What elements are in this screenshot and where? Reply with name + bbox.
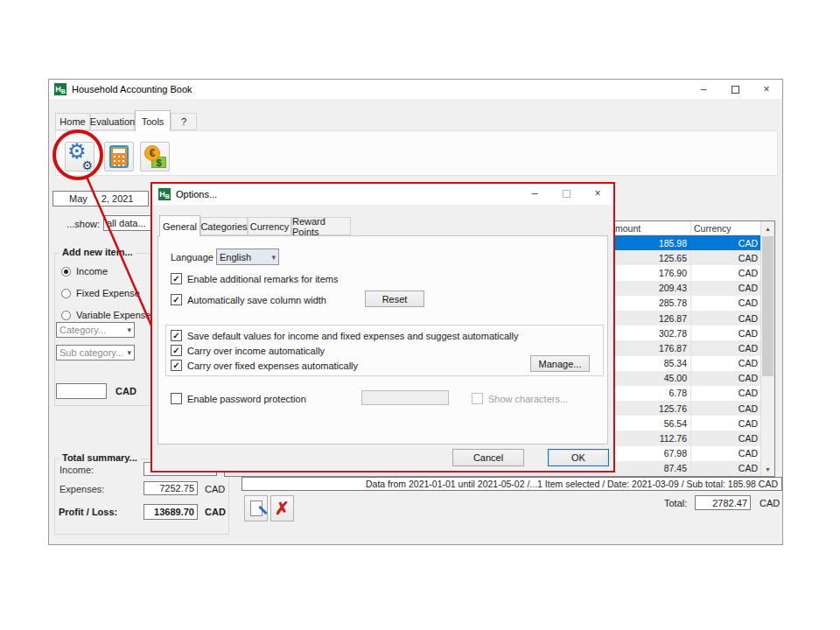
chevron-down-icon: ▾	[271, 253, 276, 262]
reset-button[interactable]: Reset	[365, 290, 424, 307]
tab-evaluation[interactable]: Evaluation	[90, 113, 135, 130]
new-amount-currency-label: CAD	[116, 386, 136, 396]
radio-variable-expense[interactable]: Variable Expense	[61, 310, 150, 320]
scrollbar-thumb[interactable]	[762, 236, 774, 376]
checkbox-carry-income[interactable]: ✓ Carry over income automatically	[171, 345, 325, 356]
dialog-close-button[interactable]: ×	[582, 184, 613, 203]
radio-income[interactable]: Income	[61, 266, 108, 276]
window-title: Household Accounting Book	[72, 84, 192, 94]
subcategory-combo[interactable]: Sub category... ▾	[56, 345, 135, 360]
checkbox-show-characters: Show characters...	[472, 393, 568, 404]
show-filter-value: all data...	[107, 218, 146, 228]
checkbox-save-column-width[interactable]: ✓ Automatically save column width	[171, 294, 326, 305]
new-amount-input[interactable]	[56, 383, 107, 399]
date-day-year: 2, 2021	[102, 193, 134, 204]
radio-icon	[61, 289, 71, 298]
show-filter-combo[interactable]: all data...	[103, 215, 153, 231]
delete-item-button[interactable]: ✗	[270, 495, 294, 522]
currency-cell: CAD	[690, 265, 761, 280]
currency-cell: CAD	[690, 311, 761, 326]
checkbox-password-protection[interactable]: Enable password protection	[171, 393, 306, 404]
close-button[interactable]: ×	[751, 80, 782, 99]
tools-toolbar: ⚙ ⚙ € $	[55, 130, 778, 176]
language-label: Language	[171, 252, 214, 262]
currency-cell: CAD	[690, 235, 761, 250]
dialog-tab-general[interactable]: General	[159, 215, 200, 236]
currency-cell: CAD	[690, 461, 761, 476]
currency-exchange-button[interactable]: € $	[140, 142, 170, 172]
edit-pencil-icon	[250, 500, 262, 516]
status-bar: Data from 2021-01-01 until 2021-05-02 /.…	[242, 477, 782, 491]
dialog-maximize-button	[550, 184, 582, 203]
expenses-currency: CAD	[205, 484, 225, 494]
options-dialog: HB Options... – × General Categories Cur…	[150, 182, 615, 472]
profit-loss-value-field: 13689.70	[144, 504, 198, 520]
currency-cell: CAD	[690, 401, 761, 416]
profit-loss-label: Profit / Loss:	[59, 507, 117, 517]
dialog-minimize-button[interactable]: –	[519, 184, 550, 203]
minimize-button[interactable]: –	[688, 80, 719, 99]
expenses-value-field: 7252.75	[144, 481, 198, 495]
radio-selected-icon	[61, 267, 71, 276]
show-label: ...show:	[63, 219, 100, 229]
dialog-titlebar[interactable]: HB Options... – ×	[152, 184, 613, 205]
tab-home[interactable]: Home	[55, 113, 90, 130]
currency-cell: CAD	[690, 281, 761, 296]
radio-icon	[61, 311, 71, 320]
main-titlebar[interactable]: HB Household Accounting Book – ×	[49, 80, 782, 99]
profit-loss-currency: CAD	[205, 507, 226, 517]
currency-cell: CAD	[690, 340, 761, 355]
desktop: HB Household Accounting Book – × Home Ev…	[0, 0, 840, 630]
status-text: Data from 2021-01-01 until 2021-05-02 /.…	[366, 479, 778, 489]
app-icon: HB	[54, 83, 66, 95]
currency-cell: CAD	[690, 250, 761, 265]
subcategory-placeholder: Sub category...	[60, 347, 123, 358]
manage-button[interactable]: Manage...	[530, 355, 590, 372]
category-placeholder: Category...	[60, 325, 106, 335]
dialog-general-page: Language English ▾ ✓ Enable additional r…	[158, 235, 608, 444]
currency-cell: CAD	[690, 386, 761, 401]
dialog-tab-currency[interactable]: Currency	[248, 217, 291, 235]
column-header-currency[interactable]: Currency	[690, 221, 761, 234]
checked-checkbox-icon: ✓	[171, 294, 182, 305]
currency-cell: CAD	[690, 326, 761, 340]
calculator-button[interactable]	[104, 142, 134, 172]
currency-cell: CAD	[690, 296, 761, 311]
disabled-checkbox-icon	[472, 393, 483, 404]
checked-checkbox-icon: ✓	[171, 360, 182, 371]
currency-cell: CAD	[690, 356, 761, 371]
annotation-highlight-circle	[52, 130, 103, 180]
expenses-label: Expenses:	[60, 484, 104, 494]
category-combo[interactable]: Category... ▾	[56, 322, 135, 338]
checked-checkbox-icon: ✓	[171, 330, 182, 341]
dialog-tab-reward-points[interactable]: Reward Points	[291, 217, 351, 235]
add-new-item-title: Add new item...	[60, 247, 136, 257]
checkbox-carry-fixed[interactable]: ✓ Carry over fixed expenses automaticall…	[171, 360, 358, 371]
income-label: Income:	[60, 465, 94, 475]
cancel-button[interactable]: Cancel	[452, 449, 524, 466]
maximize-button[interactable]	[719, 80, 751, 99]
total-value-field: 2782.47	[695, 495, 751, 510]
checkbox-enable-remarks[interactable]: ✓ Enable additional remarks for items	[171, 273, 338, 284]
total-label: Total:	[664, 498, 687, 508]
calculator-icon	[109, 145, 129, 168]
radio-fixed-expense[interactable]: Fixed Expense	[61, 288, 140, 298]
maximize-icon	[563, 190, 570, 198]
edit-item-button[interactable]	[244, 495, 268, 522]
scroll-up-icon[interactable]: ▴	[761, 221, 774, 235]
table-scrollbar[interactable]: ▴ ▾	[760, 221, 774, 476]
tab-help[interactable]: ?	[171, 113, 197, 130]
unchecked-checkbox-icon	[171, 393, 182, 404]
checked-checkbox-icon: ✓	[171, 273, 182, 284]
checked-checkbox-icon: ✓	[171, 345, 182, 356]
checkbox-save-defaults[interactable]: ✓ Save default values for income and fix…	[171, 330, 519, 341]
scroll-down-icon[interactable]: ▾	[761, 462, 774, 476]
language-combo[interactable]: English ▾	[216, 248, 279, 265]
date-month: May	[69, 193, 88, 204]
language-value: English	[220, 252, 251, 262]
tab-tools[interactable]: Tools	[135, 110, 171, 131]
ok-button[interactable]: OK	[548, 449, 609, 466]
euro-coin-icon: €	[144, 145, 160, 161]
dialog-tab-categories[interactable]: Categories	[200, 217, 248, 235]
date-picker[interactable]: May 2, 2021	[52, 191, 149, 206]
